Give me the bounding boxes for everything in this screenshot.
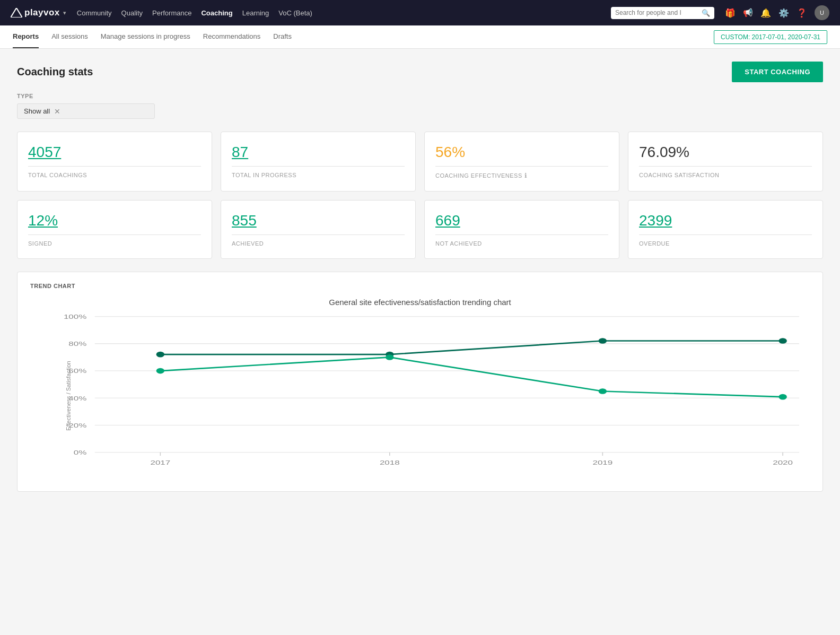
gift-icon[interactable]: 🎁 [725, 8, 736, 18]
search-box[interactable]: 🔍 [611, 7, 714, 19]
svg-text:80%: 80% [68, 341, 86, 347]
stat-card-signed: 12% SIGNED [17, 200, 212, 259]
filter-tag: Show all [24, 107, 50, 115]
logo-icon [11, 8, 22, 18]
stat-card-overdue: 2399 OVERDUE [628, 200, 823, 259]
filter-close-icon[interactable]: ✕ [54, 108, 60, 115]
svg-marker-0 [11, 8, 22, 18]
dropdown-icon: ▾ [63, 10, 66, 16]
nav-quality[interactable]: Quality [121, 9, 143, 17]
type-label: TYPE [17, 93, 823, 99]
stat-label-total-in-progress: TOTAL IN PROGRESS [232, 172, 405, 178]
stat-label-total-coachings: TOTAL COACHINGS [28, 172, 201, 178]
stat-divider [232, 166, 405, 167]
stat-value-total-in-progress[interactable]: 87 [232, 144, 405, 161]
nav-icons: 🎁 📢 🔔 ⚙️ ❓ U [725, 5, 829, 20]
gear-icon[interactable]: ⚙️ [778, 8, 789, 18]
subnav-manage-sessions[interactable]: Manage sessions in progress [101, 25, 190, 48]
stat-card-coaching-satisfaction: 76.09% COACHING SATISFACTION [628, 132, 823, 192]
effectiveness-line [160, 357, 783, 397]
search-icon: 🔍 [702, 9, 710, 17]
help-icon[interactable]: ❓ [797, 8, 807, 18]
satisfaction-dot-2020 [778, 338, 786, 344]
chart-wrapper: Effectiveness / Satisfaction 100% 80% 60… [62, 311, 799, 481]
subnav-recommendations[interactable]: Recommendations [203, 25, 260, 48]
effectiveness-dot-2019 [599, 388, 607, 394]
satisfaction-dot-2019 [599, 338, 607, 344]
avatar[interactable]: U [815, 5, 829, 20]
nav-community[interactable]: Community [77, 9, 112, 17]
stat-label-coaching-satisfaction: COACHING SATISFACTION [639, 172, 812, 178]
subnav-all-sessions[interactable]: All sessions [51, 25, 88, 48]
subnav-drafts[interactable]: Drafts [273, 25, 292, 48]
stat-divider [435, 166, 608, 167]
stat-card-not-achieved: 669 NOT ACHIEVED [424, 200, 619, 259]
stat-label-overdue: OVERDUE [639, 240, 812, 247]
stat-divider [435, 234, 608, 235]
nav-links: Community Quality Performance Coaching L… [77, 9, 600, 17]
stat-label-achieved: ACHIEVED [232, 240, 405, 247]
y-axis-label: Effectiveness / Satisfaction [65, 361, 72, 430]
stat-divider [28, 166, 201, 167]
stat-card-total-in-progress: 87 TOTAL IN PROGRESS [221, 132, 416, 192]
svg-text:2020: 2020 [773, 459, 793, 466]
subnav-reports[interactable]: Reports [13, 25, 39, 48]
satisfaction-line [160, 341, 783, 355]
effectiveness-dot-2020 [778, 394, 786, 400]
start-coaching-button[interactable]: START COACHING [732, 62, 823, 82]
svg-text:2019: 2019 [592, 459, 612, 466]
stat-label-not-achieved: NOT ACHIEVED [435, 240, 608, 247]
effectiveness-dot-2017 [156, 368, 164, 374]
chart-main-title: General site efectiveness/satisfaction t… [30, 298, 810, 307]
megaphone-icon[interactable]: 📢 [743, 8, 753, 18]
stat-value-total-coachings[interactable]: 4057 [28, 144, 201, 161]
stat-value-achieved[interactable]: 855 [232, 212, 405, 229]
page-title: Coaching stats [17, 66, 93, 78]
chart-section: TREND CHART General site efectiveness/sa… [17, 272, 823, 492]
stat-value-signed[interactable]: 12% [28, 212, 201, 229]
info-icon[interactable]: ℹ [524, 172, 528, 179]
type-filter-section: TYPE Show all ✕ [17, 93, 823, 119]
stat-card-total-coachings: 4057 TOTAL COACHINGS [17, 132, 212, 192]
stat-divider [232, 234, 405, 235]
sub-nav-links: Reports All sessions Manage sessions in … [13, 25, 292, 48]
stats-grid: 4057 TOTAL COACHINGS 87 TOTAL IN PROGRES… [17, 132, 823, 259]
stat-value-coaching-satisfaction: 76.09% [639, 144, 812, 161]
nav-voc[interactable]: VoC (Beta) [278, 9, 312, 17]
stat-value-coaching-effectiveness: 56% [435, 144, 608, 161]
brand-name: playvox [24, 7, 60, 18]
main-content: Coaching stats START COACHING TYPE Show … [0, 49, 840, 635]
stat-divider [639, 234, 812, 235]
satisfaction-dot-2017 [156, 352, 164, 358]
stat-label-signed: SIGNED [28, 240, 201, 247]
bell-icon[interactable]: 🔔 [760, 8, 771, 18]
trend-chart-svg: 100% 80% 60% 40% 20% 0% 2017 2018 [62, 311, 799, 481]
stat-card-achieved: 855 ACHIEVED [221, 200, 416, 259]
svg-text:2018: 2018 [380, 459, 400, 466]
stat-label-coaching-effectiveness: COACHING EFFECTIVENESS ℹ [435, 172, 608, 179]
nav-performance[interactable]: Performance [152, 9, 191, 17]
nav-coaching[interactable]: Coaching [201, 9, 232, 17]
svg-text:0%: 0% [74, 449, 87, 456]
chart-section-label: TREND CHART [30, 283, 810, 289]
stat-value-not-achieved[interactable]: 669 [435, 212, 608, 229]
svg-text:100%: 100% [64, 313, 86, 320]
stat-value-overdue[interactable]: 2399 [639, 212, 812, 229]
sub-nav: Reports All sessions Manage sessions in … [0, 25, 840, 49]
search-input[interactable] [615, 9, 698, 16]
stat-divider [639, 166, 812, 167]
stat-card-coaching-effectiveness: 56% COACHING EFFECTIVENESS ℹ [424, 132, 619, 192]
date-range-button[interactable]: CUSTOM: 2017-07-01, 2020-07-31 [714, 30, 827, 44]
filter-box: Show all ✕ [17, 103, 155, 119]
nav-learning[interactable]: Learning [242, 9, 269, 17]
top-nav: playvox ▾ Community Quality Performance … [0, 0, 840, 25]
page-header: Coaching stats START COACHING [17, 62, 823, 82]
stat-divider [28, 234, 201, 235]
svg-text:2017: 2017 [150, 459, 170, 466]
effectiveness-dot-2018 [386, 354, 393, 360]
logo[interactable]: playvox ▾ [11, 7, 66, 18]
